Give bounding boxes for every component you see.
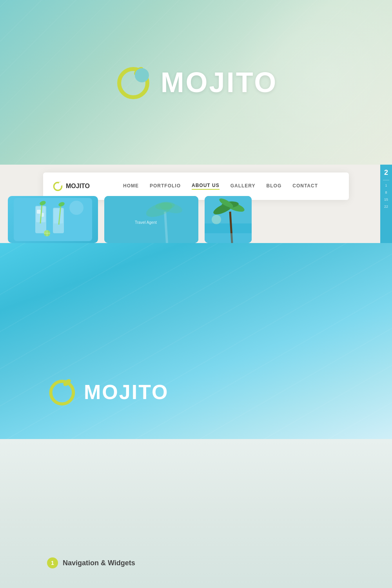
nav-section: MOJITO HOME PORTFOLIO ABOUT US GALLERY B… xyxy=(0,165,392,243)
cards-row: @EmilyJane Travel Agent xyxy=(0,196,392,243)
blue-gradient-section: MOJITO xyxy=(0,243,392,439)
nav-link-contact[interactable]: CONTACT xyxy=(292,183,318,189)
profile-bg xyxy=(104,196,198,243)
svg-rect-15 xyxy=(54,209,63,223)
blue-logo-icon xyxy=(47,376,78,408)
svg-point-2 xyxy=(135,68,149,82)
hero-brand-name: MOJITO xyxy=(161,66,278,98)
bottom-section: 1 Navigation & Widgets xyxy=(0,439,392,588)
section-number-badge: 1 xyxy=(47,557,58,568)
cal-num-1: 1 xyxy=(385,183,387,187)
svg-rect-21 xyxy=(104,196,198,243)
nav-link-home[interactable]: HOME xyxy=(123,183,139,189)
section-label-text: Navigation & Widgets xyxy=(63,559,135,567)
section-label: 1 Navigation & Widgets xyxy=(47,557,392,568)
hero-logo: MOJITO xyxy=(114,63,278,102)
nav-link-portfolio[interactable]: PORTFOLIO xyxy=(150,183,181,189)
nav-logo[interactable]: MOJITO xyxy=(53,181,90,192)
svg-rect-10 xyxy=(37,210,41,214)
nav-brand-name: MOJITO xyxy=(66,183,90,190)
nav-link-about[interactable]: ABOUT US xyxy=(192,183,220,190)
cal-num-8: 8 xyxy=(385,191,387,194)
nav-link-blog[interactable]: BLOG xyxy=(267,183,282,189)
drinks-illustration xyxy=(14,198,92,241)
svg-rect-41 xyxy=(205,233,252,243)
card-profile: @EmilyJane Travel Agent xyxy=(104,196,198,243)
nav-links: HOME PORTFOLIO ABOUT US GALLERY BLOG CON… xyxy=(102,183,339,190)
nav-link-gallery[interactable]: GALLERY xyxy=(230,183,256,189)
card-palms xyxy=(205,196,252,243)
svg-point-42 xyxy=(212,215,221,224)
hero-section: MOJITO xyxy=(0,0,392,165)
svg-point-45 xyxy=(64,380,75,392)
hero-logo-icon xyxy=(114,63,154,102)
blue-brand-name: MOJITO xyxy=(84,380,169,404)
nav-logo-icon xyxy=(53,181,64,192)
blue-section-logo: MOJITO xyxy=(47,376,169,408)
sidebar-number: 2 xyxy=(384,169,388,177)
svg-point-7 xyxy=(69,201,83,215)
palms-illustration xyxy=(205,196,252,243)
card-drinks xyxy=(8,196,98,243)
profile-role: Travel Agent xyxy=(135,220,165,225)
svg-point-5 xyxy=(58,182,62,186)
